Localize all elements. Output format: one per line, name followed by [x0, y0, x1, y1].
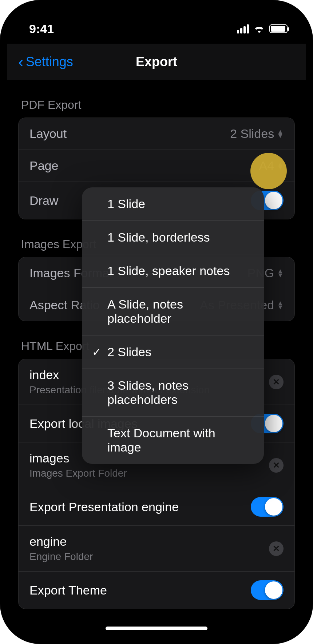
clear-index-button[interactable]: ✕: [269, 375, 284, 389]
popup-option[interactable]: 1 Slide, borderless: [82, 220, 264, 254]
cellular-icon: [237, 24, 249, 33]
engine-folder-row[interactable]: engine Engine Folder ✕: [19, 525, 294, 571]
page-label: Page: [29, 159, 58, 173]
home-indicator[interactable]: [106, 627, 207, 630]
updown-icon: ▲▼: [277, 269, 284, 277]
export-theme-toggle[interactable]: [251, 580, 284, 600]
images-folder-label: images: [29, 451, 70, 465]
clear-engine-button[interactable]: ✕: [269, 541, 284, 556]
layout-row[interactable]: Layout 2 Slides▲▼: [19, 118, 294, 150]
popup-option[interactable]: 2 Slides: [82, 335, 264, 369]
export-engine-toggle[interactable]: [251, 497, 284, 517]
touch-highlight-icon: [250, 153, 287, 189]
pdf-section-header: PDF Export: [18, 80, 295, 118]
back-button[interactable]: ‹ Settings: [18, 54, 73, 70]
updown-icon: ▲▼: [277, 301, 284, 309]
images-folder-subtitle: Images Export Folder: [29, 468, 127, 479]
battery-icon: [269, 24, 288, 33]
updown-icon: ▲▼: [277, 130, 284, 138]
layout-popup-menu: 1 Slide 1 Slide, borderless 1 Slide, spe…: [82, 187, 264, 464]
x-icon: ✕: [273, 377, 280, 387]
popup-option[interactable]: Text Document with image: [82, 416, 264, 464]
layout-label: Layout: [29, 127, 67, 141]
navbar: ‹ Settings Export: [7, 44, 306, 80]
export-engine-label: Export Presentation engine: [29, 500, 179, 514]
draw-border-label: Draw: [29, 194, 58, 208]
status-time: 9:41: [29, 22, 54, 36]
engine-folder-subtitle: Engine Folder: [29, 551, 93, 562]
back-label: Settings: [26, 54, 73, 69]
export-theme-row: Export Theme: [19, 571, 294, 609]
popup-option[interactable]: 3 Slides, notes placeholders: [82, 369, 264, 416]
clear-images-button[interactable]: ✕: [269, 458, 284, 473]
export-theme-label: Export Theme: [29, 583, 107, 597]
chevron-left-icon: ‹: [18, 54, 24, 70]
engine-folder-label: engine: [29, 534, 67, 549]
layout-value: 2 Slides: [230, 127, 274, 141]
export-engine-row: Export Presentation engine: [19, 488, 294, 525]
x-icon: ✕: [273, 544, 280, 554]
popup-option[interactable]: 1 Slide, speaker notes: [82, 254, 264, 287]
x-icon: ✕: [273, 460, 280, 470]
popup-option[interactable]: A Slide, notes placeholder: [82, 287, 264, 335]
index-label: index: [29, 368, 59, 382]
popup-option[interactable]: 1 Slide: [82, 187, 264, 220]
status-bar: 9:41: [7, 7, 306, 44]
wifi-icon: [253, 24, 265, 33]
